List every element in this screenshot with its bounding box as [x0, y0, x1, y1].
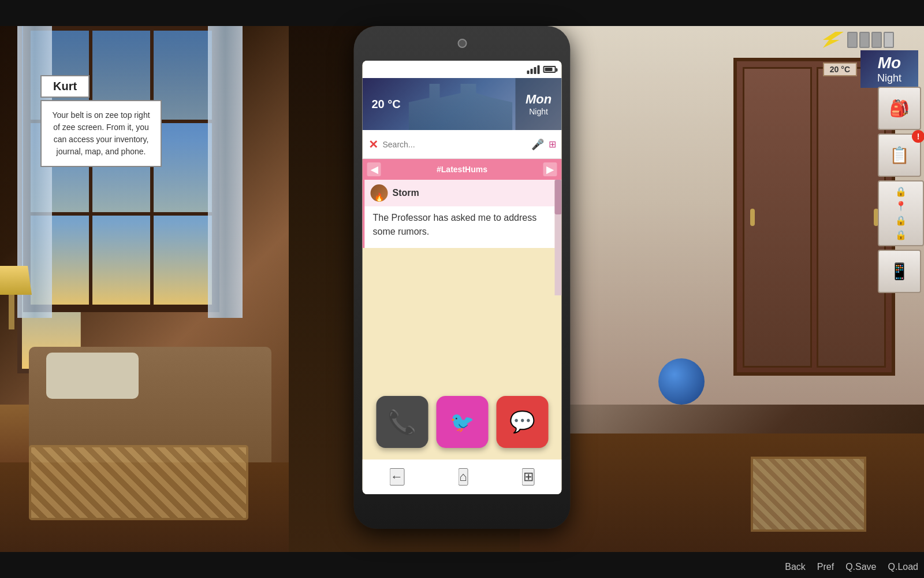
lamp-base [9, 295, 14, 329]
weather-building-silhouette [409, 84, 513, 130]
signal-bar-4 [538, 65, 540, 74]
window-pane [152, 214, 214, 306]
search-input[interactable] [383, 136, 527, 153]
battery-fill [545, 68, 553, 71]
lamp [0, 266, 35, 335]
phone-app-icons: 📞 🐦 💬 [363, 396, 562, 448]
storm-message-card[interactable]: 🔥 Storm The Professor has asked me to ad… [363, 180, 555, 248]
storm-avatar: 🔥 [371, 184, 388, 202]
hud-temp-display: 20 °C [823, 62, 857, 76]
locks-panel: 🔒 📍 🔒 🔒 [878, 180, 924, 246]
weather-day: Mon [526, 92, 552, 107]
storm-message-header: 🔥 Storm [365, 180, 555, 206]
blue-ball [658, 358, 705, 405]
app-icon-calls[interactable]: 📞 [376, 396, 428, 448]
search-clear-button[interactable]: ✕ [368, 138, 378, 151]
phone-screen: 20 °C Mon Night ✕ 🎤 ⊞ ◀ #LatestHums ▶ 🔥 [363, 61, 562, 494]
weather-time: Night [529, 107, 548, 116]
app-icon-social[interactable]: 🐦 [436, 396, 488, 448]
phone-back-button[interactable]: ← [389, 468, 404, 486]
hud-night-label: Night [877, 72, 901, 84]
speech-icon: 💬 [509, 410, 535, 434]
hums-next-button[interactable]: ▶ [543, 162, 557, 176]
lock-icon-1: 🔒 [895, 186, 907, 197]
right-sidebar: 🎒 📋 🔒 📍 🔒 🔒 📱 [878, 87, 924, 293]
hud-time-display: Mo Night [860, 50, 918, 88]
mic-button[interactable]: 🎤 [531, 138, 544, 151]
lock-icon-2: 🔒 [895, 215, 907, 226]
signal-bar-3 [534, 67, 536, 74]
journal-icon: 📋 [889, 146, 910, 165]
latest-hums-label: #LatestHums [437, 165, 487, 174]
black-bar-top [0, 0, 924, 26]
storm-message-text: The Professor has asked me to address so… [365, 206, 555, 248]
phone-apps-button[interactable]: ⊞ [522, 468, 535, 486]
wardrobe-handle [750, 209, 755, 226]
hud-battery-seg-3 [871, 32, 882, 48]
back-button[interactable]: Back [785, 562, 806, 572]
pref-button[interactable]: Pref [817, 562, 834, 572]
hums-prev-button[interactable]: ◀ [367, 162, 381, 176]
storm-avatar-icon: 🔥 [374, 192, 384, 202]
window-pane [91, 214, 152, 306]
hud-status-row [823, 32, 918, 48]
call-icon: 📞 [388, 409, 416, 436]
bottom-menu: Back Pref Q.Save Q.Load [785, 562, 918, 572]
hud-battery-seg-2 [859, 32, 870, 48]
storm-scroll[interactable] [555, 180, 562, 295]
hud-temp-row: 20 °C Mo Night [823, 50, 918, 88]
kurt-dialog-text: Your belt is on zee top right of zee scr… [40, 100, 162, 167]
grid-button[interactable]: ⊞ [549, 139, 556, 150]
qload-button[interactable]: Q.Load [888, 562, 918, 572]
signal-bar-1 [527, 71, 530, 74]
phone-sidebar-button[interactable]: 📱 [878, 250, 921, 293]
bird-icon: 🐦 [450, 410, 474, 433]
storm-scroll-thumb [555, 180, 562, 214]
backpack-button[interactable]: 🎒 [878, 87, 921, 130]
latest-hums-bar: ◀ #LatestHums ▶ [363, 159, 562, 180]
battery-icon [543, 66, 556, 73]
rug-left [29, 445, 248, 520]
hud-battery-seg-4 [884, 32, 894, 48]
lamp-shade [0, 266, 32, 295]
app-icon-news[interactable]: 💬 [496, 396, 548, 448]
weather-temp: 20 °C [372, 98, 401, 111]
curtain-right [208, 17, 243, 318]
lock-icon-3: 🔒 [895, 229, 907, 240]
phone-weather-banner: 20 °C Mon Night [363, 78, 562, 130]
qsave-button[interactable]: Q.Save [845, 562, 876, 572]
wardrobe [733, 58, 895, 376]
backpack-icon: 🎒 [889, 99, 910, 118]
map-icon: 📍 [895, 201, 907, 212]
hud-bolt-icon [823, 32, 844, 48]
phone-camera [457, 39, 467, 48]
window [23, 23, 219, 312]
kurt-dialog: Kurt Your belt is on zee top right of ze… [40, 75, 162, 167]
journal-button[interactable]: 📋 [878, 134, 921, 177]
storm-author-name: Storm [393, 188, 419, 198]
phone-navigation-bar: ← ⌂ ⊞ [363, 460, 562, 494]
phone-search-bar[interactable]: ✕ 🎤 ⊞ [363, 130, 562, 159]
signal-bars [527, 65, 540, 74]
hud-battery-seg-1 [847, 32, 858, 48]
weather-time-block: Mon Night [516, 78, 562, 130]
kurt-name: Kurt [40, 75, 90, 98]
wardrobe-door-right [817, 67, 886, 368]
wardrobe-door-left [743, 67, 812, 368]
hud-top-right: 20 °C Mo Night [823, 32, 918, 88]
phone-icon: 📱 [889, 262, 910, 281]
phone-status-bar [363, 61, 562, 78]
phone: 20 °C Mon Night ✕ 🎤 ⊞ ◀ #LatestHums ▶ 🔥 [354, 26, 571, 529]
phone-home-button[interactable]: ⌂ [458, 468, 468, 486]
pillow [46, 353, 139, 399]
hud-day-label: Mo [878, 54, 901, 72]
signal-bar-2 [531, 69, 533, 74]
rug-right [751, 457, 866, 532]
hud-battery-bar [847, 32, 894, 48]
